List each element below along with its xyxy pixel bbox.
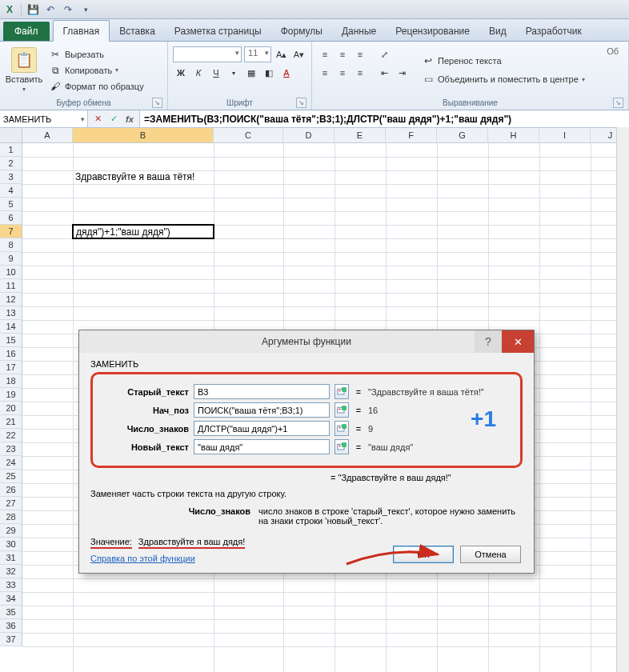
align-left-icon[interactable]: ≡ bbox=[317, 65, 333, 81]
row-header[interactable]: 11 bbox=[0, 279, 22, 293]
column-header[interactable]: G bbox=[437, 128, 488, 143]
formula-input[interactable]: =ЗАМЕНИТЬ(B3;ПОИСК("ваша тётя";B3;1);ДЛС… bbox=[140, 110, 629, 127]
merge-center-button[interactable]: ▭Объединить и поместить в центре ▾ bbox=[419, 71, 587, 87]
wrap-text-button[interactable]: ↩Перенос текста bbox=[419, 53, 587, 69]
decrease-indent-icon[interactable]: ⇤ bbox=[376, 65, 392, 81]
arg-input[interactable] bbox=[194, 402, 330, 418]
row-header[interactable]: 33 bbox=[0, 578, 22, 592]
column-header[interactable]: A bbox=[22, 128, 73, 143]
cell-value[interactable]: Здравствуйте я ваша тётя! bbox=[73, 170, 281, 184]
arg-input[interactable] bbox=[194, 384, 330, 399]
row-header[interactable]: 24 bbox=[0, 456, 22, 470]
column-header[interactable]: I bbox=[539, 128, 591, 143]
align-right-icon[interactable]: ≡ bbox=[352, 65, 368, 81]
row-header[interactable]: 2 bbox=[0, 157, 22, 170]
range-selector-icon[interactable] bbox=[335, 402, 349, 418]
row-header[interactable]: 35 bbox=[0, 606, 22, 619]
range-selector-icon[interactable] bbox=[335, 421, 349, 436]
row-header[interactable]: 26 bbox=[0, 483, 22, 497]
arg-input[interactable] bbox=[194, 421, 330, 436]
grow-font-icon[interactable]: A▴ bbox=[274, 46, 289, 62]
cancel-button[interactable]: Отмена bbox=[460, 546, 521, 563]
row-header[interactable]: 9 bbox=[0, 252, 22, 266]
insert-function-icon[interactable]: fx bbox=[123, 113, 136, 126]
dialog-titlebar[interactable]: Аргументы функции ? ✕ bbox=[79, 330, 534, 353]
shrink-font-icon[interactable]: A▾ bbox=[291, 46, 306, 62]
row-header[interactable]: 12 bbox=[0, 293, 22, 306]
orientation-icon[interactable]: ⤢ bbox=[376, 46, 392, 62]
column-header[interactable]: B bbox=[73, 128, 214, 143]
accept-formula-icon[interactable]: ✓ bbox=[107, 113, 120, 126]
font-dialog-launcher-icon[interactable]: ↘ bbox=[296, 98, 306, 108]
copy-button[interactable]: ⧉Копировать ▾ bbox=[46, 62, 146, 78]
save-icon[interactable]: 💾 bbox=[26, 3, 39, 16]
redo-icon[interactable]: ↷ bbox=[62, 3, 74, 16]
file-tab[interactable]: Файл bbox=[3, 22, 50, 41]
column-header[interactable]: D bbox=[283, 128, 335, 143]
row-header[interactable]: 19 bbox=[0, 388, 22, 402]
tab-developer[interactable]: Разработчик bbox=[516, 21, 591, 41]
fill-color-icon[interactable]: ◧ bbox=[261, 65, 277, 81]
column-header[interactable]: H bbox=[488, 128, 539, 143]
undo-icon[interactable]: ↶ bbox=[44, 3, 57, 16]
arg-input[interactable] bbox=[194, 439, 330, 454]
increase-indent-icon[interactable]: ⇥ bbox=[394, 65, 410, 81]
tab-pagelayout[interactable]: Разметка страницы bbox=[165, 21, 271, 41]
row-header[interactable]: 25 bbox=[0, 470, 22, 483]
align-middle-icon[interactable]: ≡ bbox=[335, 46, 351, 62]
bold-icon[interactable]: Ж bbox=[173, 65, 189, 81]
align-bottom-icon[interactable]: ≡ bbox=[352, 46, 368, 62]
select-all-corner[interactable] bbox=[0, 128, 22, 143]
row-header[interactable]: 18 bbox=[0, 374, 22, 388]
alignment-dialog-launcher-icon[interactable]: ↘ bbox=[613, 98, 623, 108]
ok-button[interactable]: ОК bbox=[393, 546, 454, 563]
row-header[interactable]: 20 bbox=[0, 402, 22, 415]
row-header[interactable]: 36 bbox=[0, 619, 22, 633]
underline-icon[interactable]: Ч bbox=[208, 65, 224, 81]
row-header[interactable]: 7 bbox=[0, 225, 22, 238]
active-cell[interactable]: дядя")+1;"ваш дядя") bbox=[72, 224, 214, 239]
font-family-combo[interactable] bbox=[173, 46, 242, 62]
column-header[interactable]: C bbox=[214, 128, 283, 143]
italic-icon[interactable]: К bbox=[190, 65, 206, 81]
row-header[interactable]: 1 bbox=[0, 143, 22, 157]
row-header[interactable]: 3 bbox=[0, 170, 22, 184]
row-header[interactable]: 6 bbox=[0, 211, 22, 225]
row-header[interactable]: 37 bbox=[0, 633, 22, 646]
font-size-combo[interactable]: 11 bbox=[244, 46, 271, 62]
row-header[interactable]: 29 bbox=[0, 524, 22, 538]
row-header[interactable]: 8 bbox=[0, 238, 22, 252]
row-header[interactable]: 34 bbox=[0, 592, 22, 606]
tab-review[interactable]: Рецензирование bbox=[386, 21, 479, 41]
row-header[interactable]: 31 bbox=[0, 551, 22, 565]
function-help-link[interactable]: Справка по этой функции bbox=[90, 554, 195, 563]
row-header[interactable]: 14 bbox=[0, 320, 22, 334]
underline-menu-icon[interactable]: ▾ bbox=[226, 65, 242, 81]
range-selector-icon[interactable] bbox=[335, 439, 349, 454]
row-header[interactable]: 28 bbox=[0, 510, 22, 524]
range-selector-icon[interactable] bbox=[335, 384, 349, 399]
row-header[interactable]: 30 bbox=[0, 538, 22, 551]
row-header[interactable]: 22 bbox=[0, 429, 22, 442]
row-header[interactable]: 4 bbox=[0, 184, 22, 198]
cancel-formula-icon[interactable]: ✕ bbox=[91, 113, 104, 126]
row-header[interactable]: 15 bbox=[0, 334, 22, 347]
clipboard-dialog-launcher-icon[interactable]: ↘ bbox=[152, 98, 162, 108]
row-header[interactable]: 17 bbox=[0, 361, 22, 374]
row-header[interactable]: 16 bbox=[0, 347, 22, 361]
tab-home[interactable]: Главная bbox=[53, 20, 110, 42]
borders-icon[interactable]: ▦ bbox=[243, 65, 259, 81]
row-header[interactable]: 13 bbox=[0, 306, 22, 320]
align-top-icon[interactable]: ≡ bbox=[317, 46, 333, 62]
tab-insert[interactable]: Вставка bbox=[110, 21, 165, 41]
column-header[interactable]: F bbox=[386, 128, 437, 143]
vertical-scrollbar[interactable] bbox=[616, 127, 629, 672]
row-header[interactable]: 21 bbox=[0, 415, 22, 429]
font-color-icon[interactable]: A bbox=[278, 65, 294, 81]
tab-data[interactable]: Данные bbox=[332, 21, 386, 41]
cut-button[interactable]: ✂Вырезать bbox=[46, 46, 146, 62]
dialog-close-icon[interactable]: ✕ bbox=[502, 330, 534, 353]
qat-customize-icon[interactable]: ▾ bbox=[79, 3, 92, 16]
paste-button[interactable]: 📋 Вставить ▾ bbox=[5, 43, 43, 97]
tab-formulas[interactable]: Формулы bbox=[271, 21, 332, 41]
